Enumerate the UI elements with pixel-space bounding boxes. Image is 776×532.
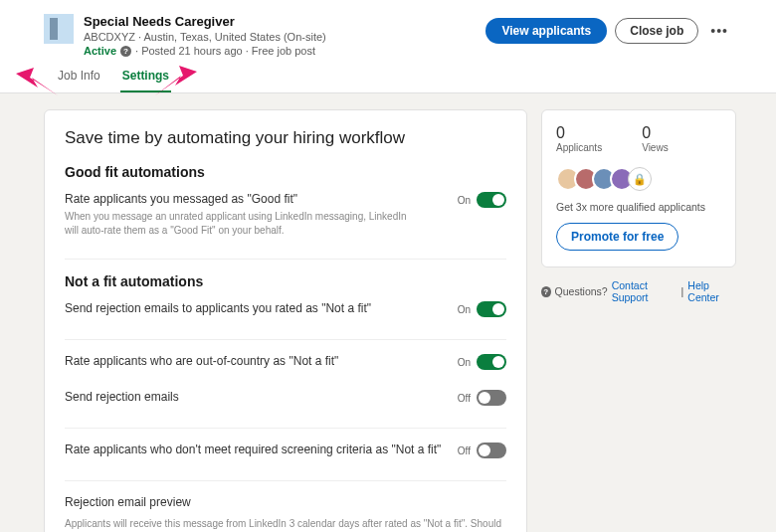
lock-icon: 🔒: [628, 167, 652, 191]
job-posted-meta: · Posted 21 hours ago · Free job post: [135, 45, 315, 57]
job-title: Special Needs Caregiver: [84, 14, 326, 29]
questions-label: Questions?: [555, 285, 608, 297]
qualified-note: Get 3x more qualified applicants: [556, 201, 721, 213]
svg-marker-0: [16, 68, 58, 95]
tabs: Job Info Settings: [44, 69, 732, 92]
good-fit-rate-toggle[interactable]: [477, 192, 506, 208]
views-label: Views: [642, 142, 669, 153]
rejection-preview-note: Applicants will receive this message fro…: [65, 517, 506, 532]
applicants-count: 0: [556, 124, 602, 142]
info-icon[interactable]: ?: [120, 46, 131, 57]
job-meta: Active ? · Posted 21 hours ago · Free jo…: [84, 45, 326, 57]
send-reject-label: Send rejection emails: [65, 390, 446, 404]
avatar-stack: 🔒: [556, 167, 721, 191]
page-heading: Save time by automating your hiring work…: [65, 128, 506, 148]
applicants-label: Applicants: [556, 142, 602, 153]
link-sep: |: [681, 285, 684, 297]
divider: [65, 428, 506, 429]
toggle-state: On: [458, 357, 471, 368]
good-fit-rate-desc: When you message an unrated applicant us…: [65, 210, 413, 237]
divider: [65, 339, 506, 340]
not-fit-section-title: Not a fit automations: [65, 273, 506, 289]
reject-email-label: Send rejection emails to applicants you …: [65, 301, 446, 315]
send-reject-toggle[interactable]: [477, 390, 506, 406]
ooc-toggle[interactable]: [477, 354, 506, 370]
settings-card: Save time by automating your hiring work…: [44, 109, 527, 532]
rejection-preview-title: Rejection email preview: [65, 495, 506, 509]
ooc-label: Rate applicants who are out-of-country a…: [65, 354, 446, 368]
good-fit-section-title: Good fit automations: [65, 164, 506, 180]
contact-support-link[interactable]: Contact Support: [612, 279, 678, 303]
help-center-link[interactable]: Help Center: [687, 279, 736, 303]
screening-toggle[interactable]: [477, 443, 506, 458]
views-count: 0: [642, 124, 669, 142]
reject-email-toggle[interactable]: [477, 301, 506, 317]
divider: [65, 259, 506, 260]
company-logo: [44, 14, 74, 44]
job-summary: Special Needs Caregiver ABCDXYZ · Austin…: [44, 14, 326, 57]
more-icon[interactable]: •••: [706, 23, 732, 39]
annotation-arrow-icon: [155, 66, 197, 95]
divider: [65, 480, 506, 481]
job-company-location: ABCDXYZ · Austin, Texas, United States (…: [84, 31, 326, 43]
help-line: ? Questions? Contact Support | Help Cent…: [541, 279, 736, 303]
toggle-state: Off: [458, 445, 471, 456]
rejection-preview-note-text: Applicants will receive this message fro…: [65, 518, 501, 532]
promote-button[interactable]: Promote for free: [556, 223, 679, 251]
question-icon: ?: [541, 286, 551, 297]
tab-job-info[interactable]: Job Info: [56, 69, 102, 92]
close-job-button[interactable]: Close job: [615, 18, 698, 44]
stats-card: 0 Applicants 0 Views 🔒 Get 3x more quali…: [541, 109, 736, 267]
annotation-arrow-icon: [16, 68, 58, 95]
good-fit-rate-label: Rate applicants you messaged as "Good fi…: [65, 192, 413, 206]
header-actions: View applicants Close job •••: [485, 18, 732, 44]
toggle-state: Off: [458, 393, 471, 404]
view-applicants-button[interactable]: View applicants: [485, 18, 607, 44]
screening-label: Rate applicants who don't meet required …: [65, 443, 446, 456]
toggle-state: On: [458, 304, 471, 315]
job-header: Special Needs Caregiver ABCDXYZ · Austin…: [0, 0, 776, 93]
job-status-badge: Active: [84, 45, 116, 57]
toggle-state: On: [458, 195, 471, 206]
svg-marker-1: [155, 66, 197, 95]
